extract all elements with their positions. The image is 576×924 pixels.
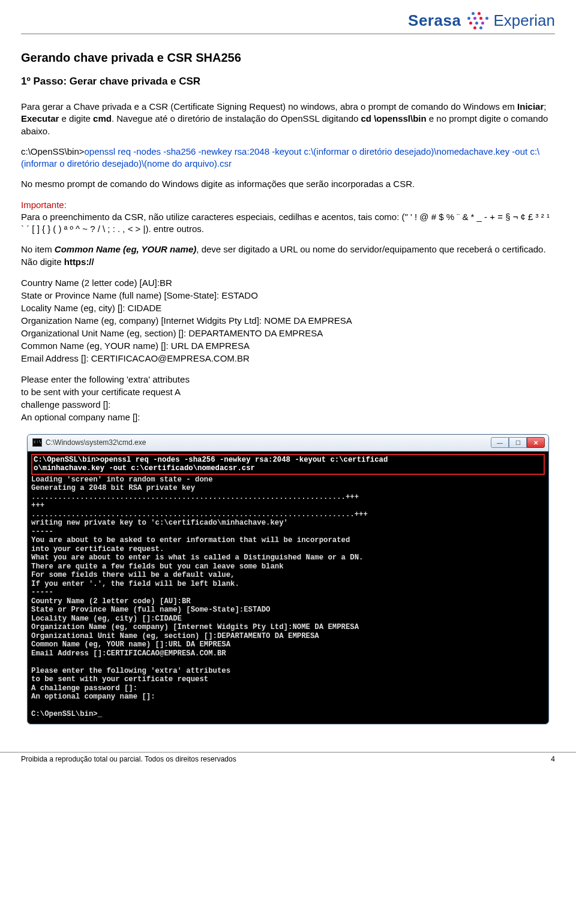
- csr-locality: Locality Name (eg, city) []: CIDADE: [21, 302, 555, 314]
- highlighted-command: C:\OpenSSL\bin>openssl req -nodes -sha25…: [31, 454, 545, 475]
- csr-state: State or Province Name (full name) [Some…: [21, 289, 555, 302]
- minimize-button[interactable]: —: [491, 437, 509, 448]
- terminal-titlebar: C:\Windows\system32\cmd.exe — ☐ ✕: [28, 435, 548, 452]
- page-footer: Proibida a reprodução total ou parcial. …: [0, 752, 576, 766]
- csr-cn: Common Name (eg, YOUR name) []: URL DA E…: [21, 339, 555, 352]
- terminal-body[interactable]: C:\OpenSSL\bin>openssl req -nodes -sha25…: [28, 452, 548, 724]
- window-controls: — ☐ ✕: [491, 437, 545, 448]
- logo-experian-text: Experian: [493, 11, 555, 30]
- terminal-title-text: C:\Windows\system32\cmd.exe: [46, 438, 146, 447]
- csr-fields-block: Country Name (2 letter code) [AU]:BR Sta…: [21, 276, 555, 365]
- extra-attributes-block: Please enter the following 'extra' attri…: [21, 373, 555, 423]
- csr-ou: Organizational Unit Name (eg, section) […: [21, 327, 555, 339]
- maximize-button[interactable]: ☐: [509, 437, 527, 448]
- cmd-icon: [32, 438, 42, 447]
- footer-copyright: Proibida a reprodução total ou parcial. …: [21, 755, 236, 763]
- common-name-note: No item Common Name (eg, YOUR name), dev…: [21, 243, 555, 268]
- important-note: Importante: Para o preenchimento da CSR,…: [21, 199, 555, 236]
- csr-country: Country Name (2 letter code) [AU]:BR: [21, 276, 555, 289]
- step-heading: 1º Passo: Gerar chave privada e CSR: [21, 76, 555, 88]
- close-button[interactable]: ✕: [527, 437, 545, 448]
- intro-paragraph: Para gerar a Chave privada e a CSR (Cert…: [21, 101, 555, 137]
- terminal-output: Loading 'screen' into random state - don…: [31, 475, 368, 719]
- important-label: Importante:: [21, 200, 67, 210]
- csr-email: Email Address []: CERTIFICACAO@EMPRESA.C…: [21, 352, 555, 365]
- command-text: openssl req -nodes -sha256 -newkey rsa:2…: [21, 146, 539, 168]
- page-number: 4: [551, 755, 555, 763]
- logo-dots-icon: [464, 12, 490, 30]
- terminal-window: C:\Windows\system32\cmd.exe — ☐ ✕ C:\Ope…: [27, 434, 549, 724]
- header-bar: Serasa Experian: [21, 9, 555, 34]
- openssl-command: c:\OpenSS\bin>openssl req -nodes -sha256…: [21, 146, 555, 170]
- logo: Serasa Experian: [408, 11, 555, 30]
- instruction-paragraph: No mesmo prompt de comando do Windows di…: [21, 178, 555, 190]
- logo-serasa-text: Serasa: [408, 11, 461, 30]
- csr-org: Organization Name (eg, company) [Interne…: [21, 314, 555, 327]
- document-body: Gerando chave privada e CSR SHA256 1º Pa…: [21, 51, 555, 724]
- page-title: Gerando chave privada e CSR SHA256: [21, 51, 555, 65]
